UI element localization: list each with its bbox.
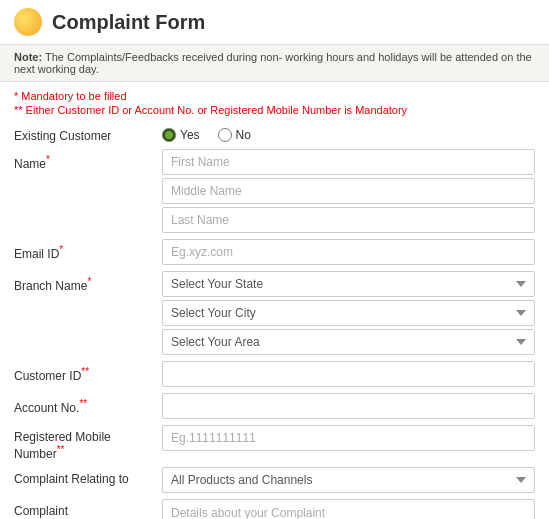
mobile-row: Registered Mobile Number** [14,425,535,461]
existing-customer-radio-group: Yes No [162,124,251,142]
notice-bar: Note: The Complaints/Feedbacks received … [0,45,549,82]
mandatory-single: * Mandatory to be filled [14,90,535,102]
existing-customer-label: Existing Customer [14,124,162,143]
radio-yes-label: Yes [180,128,200,142]
form-container: * Mandatory to be filled ** Either Custo… [0,82,549,519]
customer-id-input[interactable] [162,361,535,387]
complaint-row: Complaint (Maximum 1500 Characters) [14,499,535,519]
customer-id-row: Customer ID** [14,361,535,387]
area-select[interactable]: Select Your Area [162,329,535,355]
notice-bold: Note: [14,51,42,63]
complaint-relating-label: Complaint Relating to [14,467,162,486]
radio-no[interactable]: No [218,128,251,142]
branch-fields: Select Your State Select Your City Selec… [162,271,535,355]
email-row: Email ID* [14,239,535,265]
radio-no-label: No [236,128,251,142]
radio-no-input[interactable] [218,128,232,142]
last-name-input[interactable] [162,207,535,233]
complaint-textarea[interactable] [162,499,535,519]
customer-id-fields [162,361,535,387]
complaint-relating-select[interactable]: All Products and Channels [162,467,535,493]
account-no-label: Account No.** [14,393,162,415]
page-title: Complaint Form [52,11,205,34]
branch-label: Branch Name* [14,271,162,293]
complaint-relating-fields: All Products and Channels [162,467,535,493]
email-input[interactable] [162,239,535,265]
email-label: Email ID* [14,239,162,261]
radio-yes-input[interactable] [162,128,176,142]
name-row: Name* [14,149,535,233]
name-fields [162,149,535,233]
notice-text: The Complaints/Feedbacks received during… [14,51,532,75]
mobile-fields [162,425,535,451]
complaint-relating-row: Complaint Relating to All Products and C… [14,467,535,493]
email-fields [162,239,535,265]
state-select[interactable]: Select Your State [162,271,535,297]
header-icon [14,8,42,36]
name-label: Name* [14,149,162,171]
complaint-label: Complaint [14,499,162,518]
form-header: Complaint Form [0,0,549,45]
account-no-row: Account No.** [14,393,535,419]
account-no-fields [162,393,535,419]
middle-name-input[interactable] [162,178,535,204]
existing-customer-row: Existing Customer Yes No [14,124,535,143]
first-name-input[interactable] [162,149,535,175]
mobile-label: Registered Mobile Number** [14,425,162,461]
customer-id-label: Customer ID** [14,361,162,383]
mobile-input[interactable] [162,425,535,451]
mandatory-double: ** Either Customer ID or Account No. or … [14,104,535,116]
branch-row: Branch Name* Select Your State Select Yo… [14,271,535,355]
radio-yes[interactable]: Yes [162,128,200,142]
complaint-fields: (Maximum 1500 Characters) [162,499,535,519]
city-select[interactable]: Select Your City [162,300,535,326]
account-no-input[interactable] [162,393,535,419]
